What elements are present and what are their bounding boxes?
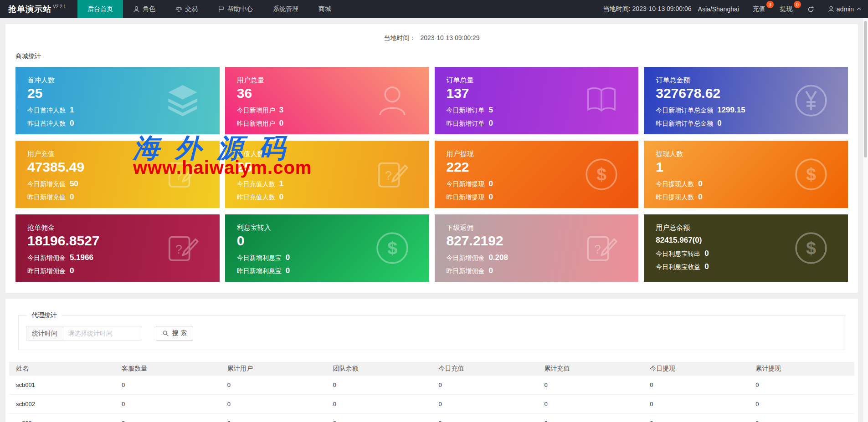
table-cell: 0 <box>749 376 854 395</box>
table-cell: scb001 <box>9 376 115 395</box>
stat-card-5: 用户充值47385.49今日新增充值 50昨日新增充值 0? <box>15 141 220 208</box>
search-icon <box>162 330 169 337</box>
scrollbar-thumb[interactable] <box>864 21 867 158</box>
nav-item-1[interactable]: 后台首页 <box>77 0 123 18</box>
search-button[interactable]: 搜 索 <box>156 326 193 341</box>
nav-action-label: 充值 <box>753 5 765 13</box>
svg-text:$: $ <box>806 164 816 184</box>
agent-legend: 代理统计 <box>27 311 62 320</box>
table-cell: 0 <box>749 414 854 422</box>
nav-action-label: 提现 <box>780 5 793 13</box>
refresh-button[interactable] <box>800 0 822 18</box>
table-cell: 0 <box>115 376 221 395</box>
agent-table: 姓名客服数量累计用户团队余额今日充值累计充值今日提现累计提现 scb001000… <box>9 362 854 422</box>
table-header-cell: 累计提现 <box>749 362 854 376</box>
table-cell: 0 <box>537 414 643 422</box>
user-menu[interactable]: admin <box>822 0 868 18</box>
table-cell: 0 <box>643 376 749 395</box>
card-subline: 昨日新增佣金 0 <box>447 266 627 275</box>
stats-cards: 首冲人数25今日首冲人数 1昨日首冲人数 0用户总量36今日新增用户 3昨日新增… <box>5 67 858 282</box>
nav-item-label: 系统管理 <box>273 5 298 13</box>
edit-note-icon: ? <box>165 157 200 192</box>
table-header-cell: 累计用户 <box>221 362 326 376</box>
scales-icon <box>175 6 182 13</box>
table-row[interactable]: sc0030000000 <box>9 414 854 422</box>
nav-item-label: 交易 <box>185 5 198 13</box>
stats-title: 商城统计 <box>5 45 858 67</box>
vertical-scrollbar[interactable] <box>863 18 868 422</box>
page-local-time-value: 2023-10-13 09:00:29 <box>420 34 479 41</box>
card-subline: 昨日新增用户 0 <box>237 119 417 128</box>
edit-note-icon: ? <box>584 230 619 266</box>
stat-time-input[interactable] <box>63 326 141 341</box>
flag-icon <box>218 6 225 13</box>
table-cell: 0 <box>115 414 221 422</box>
stat-card-11: 下级返佣827.2192今日新增佣金 0.208昨日新增佣金 0? <box>435 214 639 282</box>
table-cell: sc003 <box>9 414 115 422</box>
table-row[interactable]: scb0010000000 <box>9 376 854 395</box>
book-icon <box>584 83 619 118</box>
nav-item-2[interactable]: 角色 <box>123 0 165 18</box>
user-name: admin <box>837 5 854 13</box>
refresh-icon <box>807 6 814 13</box>
user-icon <box>828 6 834 12</box>
top-navbar: 抢单演示站 V2.2.1 后台首页角色交易帮助中心系统管理商城 当地时间: 20… <box>0 0 868 18</box>
card-subline: 昨日充值人数 0 <box>237 193 417 202</box>
nav-item-6[interactable]: 商城 <box>308 0 341 18</box>
stat-time-label: 统计时间 <box>26 326 63 341</box>
svg-text:?: ? <box>385 169 392 183</box>
dollar-circle-icon: $ <box>584 157 619 192</box>
stat-card-6: 充值人数25今日充值人数 1昨日充值人数 0? <box>225 141 429 208</box>
nav-item-5[interactable]: 系统管理 <box>263 0 308 18</box>
agent-fieldset: 代理统计 统计时间 搜 索 <box>18 311 845 350</box>
svg-text:?: ? <box>175 243 182 256</box>
card-subline: 昨日新增充值 0 <box>27 193 208 202</box>
agent-table-header-row: 姓名客服数量累计用户团队余额今日充值累计充值今日提现累计提现 <box>9 362 854 376</box>
stat-card-7: 用户提现222今日新增提现 0昨日新增提现 0$ <box>435 141 639 208</box>
edit-note-icon: ? <box>375 157 410 192</box>
card-subline: 昨日新增佣金 0 <box>27 266 208 275</box>
nav-item-4[interactable]: 帮助中心 <box>208 0 263 18</box>
agent-search-form: 统计时间 搜 索 <box>19 322 845 341</box>
stat-card-1: 首冲人数25今日首冲人数 1昨日首冲人数 0 <box>15 67 220 134</box>
agent-panel: 代理统计 统计时间 搜 索 姓名客服数量累计用户团队余额今日充值累计充值今日提现… <box>5 299 858 422</box>
table-cell: 0 <box>115 395 221 414</box>
nav-item-label: 商城 <box>318 5 331 13</box>
card-subline: 昨日新增订单 0 <box>447 119 627 128</box>
table-header-cell: 累计充值 <box>537 362 643 376</box>
brand-version: V2.2.1 <box>53 4 66 9</box>
dollar-circle-icon: $ <box>793 230 829 266</box>
user-icon <box>133 6 140 13</box>
person-icon <box>375 83 410 118</box>
navbar-local-time: 当地时间: 2023-10-13 09:00:06 <box>597 0 698 18</box>
card-subline: 昨日提现人数 0 <box>656 193 836 202</box>
table-header-cell: 客服数量 <box>115 362 221 376</box>
svg-text:?: ? <box>175 169 182 183</box>
table-cell: 0 <box>432 395 538 414</box>
navbar-timezone: Asia/Shanghai <box>698 0 745 18</box>
table-cell: 0 <box>326 376 432 395</box>
svg-text:$: $ <box>596 164 606 184</box>
stat-card-2: 用户总量36今日新增用户 3昨日新增用户 0 <box>225 67 429 134</box>
table-cell: 0 <box>326 414 432 422</box>
stat-card-12: 用户总余额82415.967(0)今日利息宝转出 0今日利息宝收益 0$ <box>644 214 848 282</box>
card-subline: 昨日首冲人数 0 <box>27 119 208 128</box>
table-cell: 0 <box>432 376 538 395</box>
nav-action-2[interactable]: 提现0 <box>773 0 800 18</box>
nav-action-1[interactable]: 充值3 <box>745 0 773 18</box>
stat-card-8: 提现人数1今日提现人数 0昨日提现人数 0$ <box>644 141 848 208</box>
stat-card-4: 订单总金额327678.62今日新增订单总金额 1299.15昨日新增订单总金额… <box>644 67 848 134</box>
stat-card-3: 订单总量137今日新增订单 5昨日新增订单 0 <box>435 67 639 134</box>
card-subline: 昨日新增提现 0 <box>447 193 627 202</box>
edit-note-icon: ? <box>165 230 200 266</box>
brand[interactable]: 抢单演示站 V2.2.1 <box>0 0 77 18</box>
table-header-cell: 团队余额 <box>326 362 432 376</box>
table-header-cell: 今日充值 <box>432 362 538 376</box>
table-row[interactable]: scb0020000000 <box>9 395 854 414</box>
table-cell: 0 <box>432 414 538 422</box>
page-local-time-label: 当地时间： <box>384 34 416 41</box>
table-cell: 0 <box>221 395 326 414</box>
stat-card-10: 利息宝转入0今日新增利息宝 0昨日新增利息宝 0$ <box>225 214 429 282</box>
nav-item-3[interactable]: 交易 <box>165 0 208 18</box>
dollar-circle-icon: $ <box>375 230 410 266</box>
